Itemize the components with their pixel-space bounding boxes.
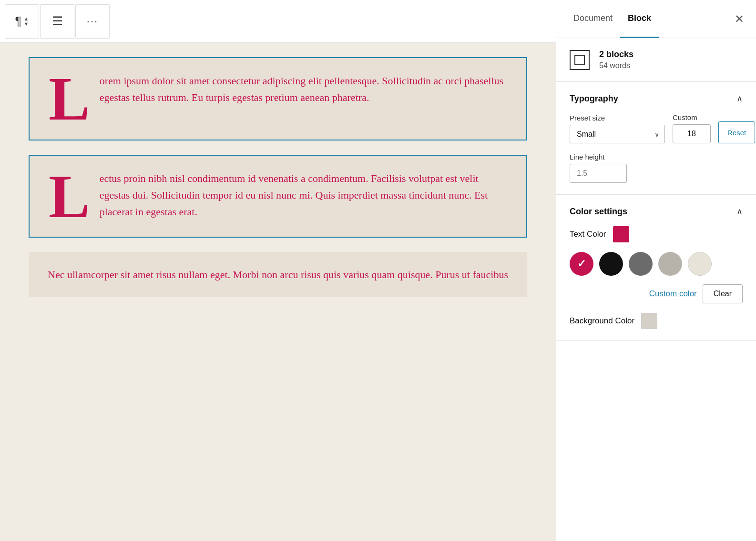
block-icon-inner [574,55,585,65]
swatch-check-icon: ✓ [577,258,586,270]
block-2-text: ectus proin nibh nisl condimentum id ven… [100,170,507,220]
block-words: 54 words [599,61,633,70]
color-swatches: ✓ [570,252,743,276]
reset-button[interactable]: Reset [718,121,755,143]
close-button[interactable]: ✕ [732,11,746,27]
line-height-label: Line height [570,153,743,161]
bg-color-row: Background Color [570,313,743,329]
block-3[interactable]: Nec ullamcorper sit amet risus nullam eg… [29,252,527,297]
color-actions: Custom color Clear [570,284,743,303]
align-button[interactable]: ☰ [40,4,74,39]
sidebar-header: Document Block ✕ [556,0,756,38]
typography-controls: Preset size Small Medium Large ∨ Custom … [570,113,743,143]
color-settings-header: Color settings ∧ [570,206,743,217]
block-1-text: orem ipsum dolor sit amet consectetur ad… [100,72,507,106]
swatch-light-gray[interactable] [658,252,682,276]
custom-size-input[interactable] [673,124,711,143]
preset-size-label: Preset size [570,114,665,122]
typography-toggle[interactable]: ∧ [736,93,743,104]
text-color-swatch[interactable] [613,226,629,242]
swatch-black[interactable] [599,252,623,276]
toolbar: ¶ ▲ ▼ ☰ ··· [0,0,556,43]
preset-select-wrapper: Small Medium Large ∨ [570,125,665,143]
block-2[interactable]: L ectus proin nibh nisl condimentum id v… [29,155,527,238]
bg-color-label: Background Color [570,316,634,326]
block-3-text: Nec ullamcorper sit amet risus nullam eg… [48,266,508,283]
chevron-icons: ▲ ▼ [24,16,29,27]
preset-size-group: Preset size Small Medium Large ∨ [570,114,665,143]
typography-header: Typography ∧ [570,93,743,104]
tab-block[interactable]: Block [620,0,659,38]
clear-button[interactable]: Clear [703,284,743,303]
block-count: 2 blocks [599,50,633,60]
preset-size-select[interactable]: Small Medium Large [570,125,665,143]
block-1[interactable]: L orem ipsum dolor sit amet consectetur … [29,57,527,140]
content-area: L orem ipsum dolor sit amet consectetur … [0,43,556,541]
line-height-field-group: Line height [570,153,743,183]
typography-title: Typography [570,94,618,104]
custom-size-label: Custom [673,113,711,121]
text-color-label: Text Color [570,230,606,239]
swatch-crimson[interactable]: ✓ [570,252,593,276]
custom-color-button[interactable]: Custom color [649,289,697,299]
editor-area: ¶ ▲ ▼ ☰ ··· L orem ipsum dolor sit amet … [0,0,556,541]
color-settings-title: Color settings [570,207,627,217]
sidebar: Document Block ✕ 2 blocks 54 words Typog… [556,0,756,541]
line-height-input[interactable] [570,164,627,183]
swatch-gray[interactable] [629,252,653,276]
custom-size-group: Custom [673,113,711,143]
block-info-section: 2 blocks 54 words [556,38,756,82]
typography-section: Typography ∧ Preset size Small Medium La… [556,82,756,195]
text-color-row: Text Color [570,226,743,242]
drop-cap-letter-2: L [49,170,90,223]
bg-color-swatch[interactable] [641,313,657,329]
tab-document[interactable]: Document [566,0,620,38]
swatch-cream[interactable] [688,252,712,276]
color-settings-section: Color settings ∧ Text Color ✓ Custom col… [556,195,756,341]
block-type-icon [570,50,590,70]
paragraph-icon: ¶ [15,14,22,29]
align-icon: ☰ [52,14,63,29]
block-meta: 2 blocks 54 words [599,50,633,70]
more-options-button[interactable]: ··· [75,4,110,39]
paragraph-button[interactable]: ¶ ▲ ▼ [5,4,39,39]
more-icon: ··· [87,15,98,28]
close-icon: ✕ [735,12,744,25]
color-settings-toggle[interactable]: ∧ [736,206,743,217]
line-height-group: Line height [570,153,743,183]
drop-cap-letter-1: L [49,72,90,125]
